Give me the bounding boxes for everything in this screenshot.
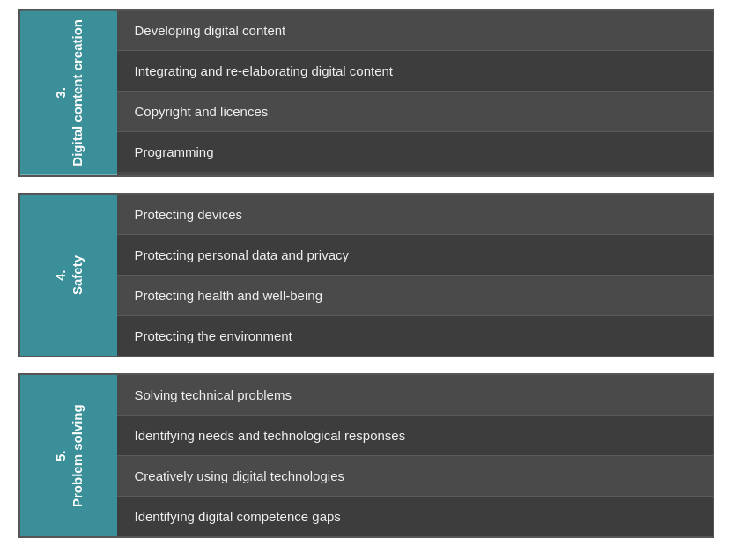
category-block-problem-solving: 5.Problem solvingSolving technical probl… xyxy=(18,373,714,538)
category-label: 5.Problem solving xyxy=(51,404,85,507)
items-list-safety: Protecting devicesProtecting personal da… xyxy=(117,195,713,356)
list-item[interactable]: Creatively using digital technologies xyxy=(117,456,713,497)
category-block-digital-content-creation: 3.Digital content creationDeveloping dig… xyxy=(18,9,714,177)
category-header-safety: 4.Safety xyxy=(20,195,117,356)
list-item[interactable]: Identifying digital competence gaps xyxy=(117,497,713,536)
list-item[interactable]: Protecting the environment xyxy=(117,316,713,356)
category-block-safety: 4.SafetyProtecting devicesProtecting per… xyxy=(18,193,714,357)
list-item[interactable]: Developing digital content xyxy=(117,11,713,51)
category-label: 3.Digital content creation xyxy=(51,19,85,166)
list-item[interactable]: Protecting devices xyxy=(117,195,713,235)
category-header-digital-content-creation: 3.Digital content creation xyxy=(20,11,117,175)
category-label: 4.Safety xyxy=(51,255,85,295)
list-item[interactable]: Copyright and licences xyxy=(117,92,713,132)
list-item[interactable]: Solving technical problems xyxy=(117,375,713,416)
category-header-problem-solving: 5.Problem solving xyxy=(20,375,117,536)
list-item[interactable]: Programming xyxy=(117,132,713,172)
list-item[interactable]: Identifying needs and technological resp… xyxy=(117,416,713,456)
list-item[interactable]: Integrating and re-elaborating digital c… xyxy=(117,51,713,92)
list-item[interactable]: Protecting personal data and privacy xyxy=(117,235,713,276)
items-list-digital-content-creation: Developing digital contentIntegrating an… xyxy=(117,11,713,175)
list-item[interactable]: Protecting health and well-being xyxy=(117,276,713,316)
items-list-problem-solving: Solving technical problemsIdentifying ne… xyxy=(117,375,713,536)
